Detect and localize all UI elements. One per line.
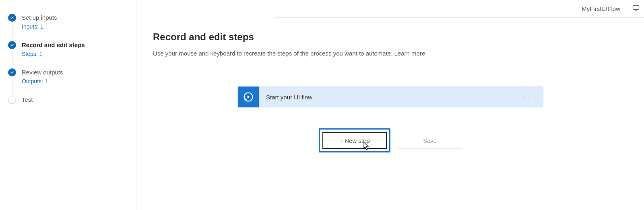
wizard-step-sub[interactable]: Steps: 1 — [22, 51, 85, 57]
tutorial-highlight: + New step — [319, 128, 390, 152]
circle-icon — [8, 96, 16, 104]
flow-designer-area: Start your UI flow · · · + New step Save — [153, 86, 628, 152]
learn-more-link[interactable]: Learn more — [394, 50, 425, 57]
page-title: Record and edit steps — [153, 31, 628, 43]
save-button[interactable]: Save — [398, 132, 462, 149]
wizard-step-inputs[interactable]: Set up inputs Inputs: 1 — [8, 10, 136, 38]
page-description: Use your mouse and keyboard to recreate … — [153, 50, 628, 57]
checkmark-icon — [8, 68, 16, 76]
wizard-step-title: Set up inputs — [22, 14, 57, 22]
more-menu-icon[interactable]: · · · — [516, 93, 543, 101]
wizard-step-sub[interactable]: Outputs: 1 — [22, 78, 63, 84]
main-content: MyFirstUIFlow Record and edit steps Use … — [137, 0, 644, 210]
wizard-step-record[interactable]: Record and edit steps Steps: 1 — [8, 38, 136, 65]
wizard-step-title: Test — [22, 96, 33, 104]
top-bar: MyFirstUIFlow — [274, 0, 644, 18]
play-refresh-icon — [238, 86, 259, 107]
wizard-step-outputs[interactable]: Review outputs Outputs: 1 — [8, 65, 136, 93]
flow-actions: + New step Save — [319, 128, 462, 152]
checkmark-icon — [8, 14, 16, 22]
svg-rect-0 — [633, 5, 639, 9]
flow-step-title: Start your UI flow — [259, 94, 516, 101]
wizard-step-title: Record and edit steps — [22, 41, 85, 49]
wizard-steps-list: Set up inputs Inputs: 1 Record and edit … — [8, 10, 136, 112]
checkmark-icon — [8, 41, 16, 49]
page-description-text: Use your mouse and keyboard to recreate … — [153, 50, 394, 57]
wizard-sidebar: Set up inputs Inputs: 1 Record and edit … — [0, 0, 137, 210]
wizard-step-sub[interactable]: Inputs: 1 — [22, 23, 57, 30]
wizard-step-test[interactable]: Test — [8, 93, 136, 112]
wizard-step-title: Review outputs — [22, 68, 63, 76]
flow-name[interactable]: MyFirstUIFlow — [582, 5, 620, 12]
divider — [626, 4, 626, 13]
feedback-icon[interactable] — [632, 4, 640, 13]
flow-step-card[interactable]: Start your UI flow · · · — [237, 86, 543, 107]
new-step-button[interactable]: + New step — [322, 132, 387, 149]
